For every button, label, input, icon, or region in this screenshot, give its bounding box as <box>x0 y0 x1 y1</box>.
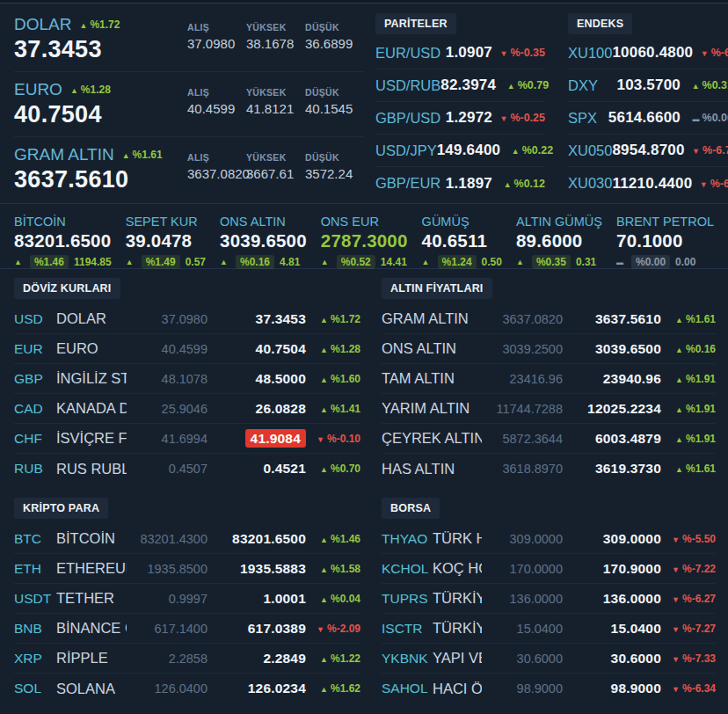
percent-badge: %1.46 <box>30 255 69 269</box>
change-arrow-icon: ▲ <box>507 82 515 91</box>
instrument-price: 41.9084 <box>207 431 306 447</box>
market-row[interactable]: USD/JPY 149.6400 ▲%0.22 <box>375 135 545 167</box>
price-value: 2.2849 <box>263 651 306 666</box>
instrument-name: TÜRK HAVA YOL... <box>433 530 482 547</box>
featured-instrument[interactable]: DOLAR ▲%1.72 37.3453 ALIŞ 37.0980 YÜKSEK… <box>14 7 364 72</box>
percent-value: %0.00 <box>703 112 728 124</box>
market-row[interactable]: CAD KANADA DOLARI 25.9046 26.0828 ▲%1.41 <box>14 394 360 424</box>
market-row[interactable]: ONS ALTIN 3039.2500 3039.6500 ▲%0.16 <box>382 334 716 364</box>
price-value: 170.9000 <box>603 561 661 576</box>
ticker-item[interactable]: BRENT PETROL 70.1000 ▬ %0.00 0.00 <box>616 215 714 268</box>
section-title-doviz: DÖVİZ KURLARI <box>14 278 120 299</box>
ticker-item[interactable]: ONS EUR 2787.3000 ▲ %0.52 14.41 <box>321 215 408 268</box>
change-arrow-icon: ▲ <box>79 21 87 30</box>
absolute-change: 0.31 <box>576 256 596 268</box>
market-row[interactable]: YKBNK YAPI VE KREDİ BA... 30.6000 30.600… <box>382 644 716 674</box>
market-row[interactable]: RUB RUS RUBLESİ 0.4507 0.4521 ▲%0.70 <box>14 454 360 484</box>
change-arrow-icon: ▲ <box>675 405 683 414</box>
market-row[interactable]: SPX 5614.6600 ▬%0.00 <box>568 102 728 135</box>
change-arrow-icon: ▼ <box>499 114 507 123</box>
market-row[interactable]: TAM ALTIN 23416.96 23940.96 ▲%1.91 <box>382 364 716 394</box>
market-row[interactable]: ETH ETHEREUM 1935.8500 1935.5883 ▲%1.58 <box>14 554 360 584</box>
instrument-name: TÜRKİYE İŞ BANKAS... <box>433 620 482 637</box>
ticker-item[interactable]: GÜMÜŞ 40.6511 ▲ %1.24 0.50 <box>422 215 502 268</box>
price-value: 37.3453 <box>256 311 306 326</box>
market-row[interactable]: HAS ALTIN 3618.8970 3619.3730 ▲%1.61 <box>382 454 716 484</box>
price-value: 15.0400 <box>611 621 661 636</box>
market-row[interactable]: EUR/USD 1.0907 ▼%-0.35 <box>375 37 545 69</box>
change-percent: ▲%1.28 <box>306 343 360 355</box>
instrument-name: RİPPLE <box>56 650 127 667</box>
market-row[interactable]: USD DOLAR 37.0980 37.3453 ▲%1.72 <box>14 304 360 334</box>
change-percent: ▼%-7.33 <box>661 652 716 665</box>
market-row[interactable]: KCHOL KOÇ HOLDİNG ... 170.0000 170.9000 … <box>382 554 716 584</box>
price-value: 1935.5883 <box>240 561 306 576</box>
percent-value: %0.04 <box>331 593 360 605</box>
change-arrow-icon: ▲ <box>675 435 683 444</box>
instrument-price: 3039.6500 <box>220 230 307 251</box>
market-row[interactable]: EUR EURO 40.4599 40.7504 ▲%1.28 <box>14 334 360 364</box>
change-arrow-icon: ▼ <box>317 625 324 634</box>
market-row[interactable]: GBP/EUR 1.1897 ▲%0.12 <box>375 167 545 200</box>
market-row[interactable]: USDT TETHER 0.9997 1.0001 ▲%0.04 <box>14 584 360 614</box>
change-percent: ▲%1.91 <box>661 433 716 445</box>
ticker-item[interactable]: SEPET KUR 39.0478 ▲ %1.49 0.57 <box>126 215 206 268</box>
ticker-item[interactable]: ONS ALTIN 3039.6500 ▲ %0.16 4.81 <box>220 215 307 268</box>
change-arrow-icon: ▲ <box>70 86 78 95</box>
market-row[interactable]: ÇEYREK ALTIN 5872.3644 6003.4879 ▲%1.91 <box>382 424 716 454</box>
market-row[interactable]: XU030 11210.4400 ▼%-6.65 <box>568 167 728 200</box>
market-row[interactable]: YARIM ALTIN 11744.7288 12025.2234 ▲%1.91 <box>382 394 716 424</box>
featured-instrument[interactable]: EURO ▲%1.28 40.7504 ALIŞ 40.4599 YÜKSEK … <box>14 72 364 137</box>
stat-value: 37.0980 <box>187 36 246 51</box>
stat-label: DÜŞÜK <box>305 22 364 33</box>
instrument-price: 83201.6500 <box>14 230 112 251</box>
absolute-change: 0.50 <box>482 256 502 268</box>
market-row[interactable]: GRAM ALTIN 3637.0820 3637.5610 ▲%1.61 <box>382 304 716 334</box>
ticker-item[interactable]: BİTCOİN 83201.6500 ▲ %1.46 1194.85 <box>14 215 112 268</box>
instrument-code: BTC <box>14 531 56 547</box>
featured-instrument[interactable]: GRAM ALTIN ▲%1.61 3637.5610 ALIŞ 3637.08… <box>14 137 364 201</box>
percent-value: %1.46 <box>331 533 360 545</box>
instrument-code: KCHOL <box>382 561 433 577</box>
market-row[interactable]: BTC BİTCOİN 83201.4300 83201.6500 ▲%1.46 <box>14 524 360 554</box>
change-arrow-icon: ▲ <box>320 346 328 354</box>
market-row[interactable]: USD/RUB 82.3974 ▲%0.79 <box>375 69 545 102</box>
market-row[interactable]: GBP İNGİLİZ STERLİNİ 48.1078 48.5000 ▲%1… <box>14 364 360 394</box>
previous-price: 11744.7288 <box>482 402 563 416</box>
stat-value: 3572.24 <box>305 166 364 181</box>
market-row[interactable]: BNB BİNANCE COİN 617.1400 617.0389 ▼%-2.… <box>14 614 360 644</box>
instrument-name: RUS RUBLESİ <box>56 461 127 477</box>
market-row[interactable]: DXY 103.5700 ▲%0.31 <box>568 69 728 102</box>
change-arrow-icon: ▲ <box>675 465 683 474</box>
change-percent: ▲%1.61 <box>122 149 163 161</box>
market-row[interactable]: ISCTR TÜRKİYE İŞ BANKAS... 15.0400 15.04… <box>382 614 716 644</box>
instrument-price: 12025.2234 <box>563 401 661 417</box>
market-row[interactable]: THYAO TÜRK HAVA YOL... 309.0000 309.0000… <box>382 524 716 554</box>
endeks-list: XU100 10060.4800 ▼%-6.87 DXY 103.5700 ▲%… <box>568 37 728 200</box>
instrument-price: 37.3453 <box>207 311 306 327</box>
instrument-price: 40.7504 <box>207 341 306 357</box>
instrument-code: THYAO <box>382 531 433 547</box>
change-percent: ▲%1.61 <box>661 313 716 325</box>
market-row[interactable]: TUPRS TÜRKİYE PETROL... 136.0000 136.000… <box>382 584 716 614</box>
change-percent: ▲%1.58 <box>306 563 360 575</box>
previous-price: 2.2858 <box>127 652 207 666</box>
top-section: DOLAR ▲%1.72 37.3453 ALIŞ 37.0980 YÜKSEK… <box>0 4 728 204</box>
market-row[interactable]: CHF İSVİÇRE FRANGI 41.6994 41.9084 ▼%-0.… <box>14 424 360 454</box>
previous-price: 3637.0820 <box>482 312 563 326</box>
change-percent: ▲%1.46 <box>306 533 360 545</box>
ticker-item[interactable]: ALTIN GÜMÜŞ 89.6000 ▲ %0.35 0.31 <box>516 215 602 268</box>
market-row[interactable]: XRP RİPPLE 2.2858 2.2849 ▲%1.22 <box>14 644 360 674</box>
change-percent: ▲%0.12 <box>492 178 545 190</box>
instrument-name: KOÇ HOLDİNG ... <box>433 560 482 577</box>
market-row[interactable]: SAHOL HACI ÖMER SABA... 98.9000 98.9000 … <box>382 674 716 703</box>
market-row[interactable]: XU100 10060.4800 ▼%-6.87 <box>568 37 728 69</box>
change-percent: ▲%1.41 <box>306 403 360 415</box>
change-percent: ▲%0.31 <box>681 79 728 91</box>
instrument-name: EUR/USD <box>375 45 440 62</box>
market-row[interactable]: GBP/USD 1.2972 ▼%-0.25 <box>375 102 545 135</box>
market-row[interactable]: SOL SOLANA 126.0400 126.0234 ▲%1.62 <box>14 674 360 703</box>
market-row[interactable]: XU050 8954.8700 ▼%-6.77 <box>568 135 728 167</box>
instrument-price: 1.0907 <box>446 44 492 62</box>
instrument-name: ETHEREUM <box>56 560 127 577</box>
